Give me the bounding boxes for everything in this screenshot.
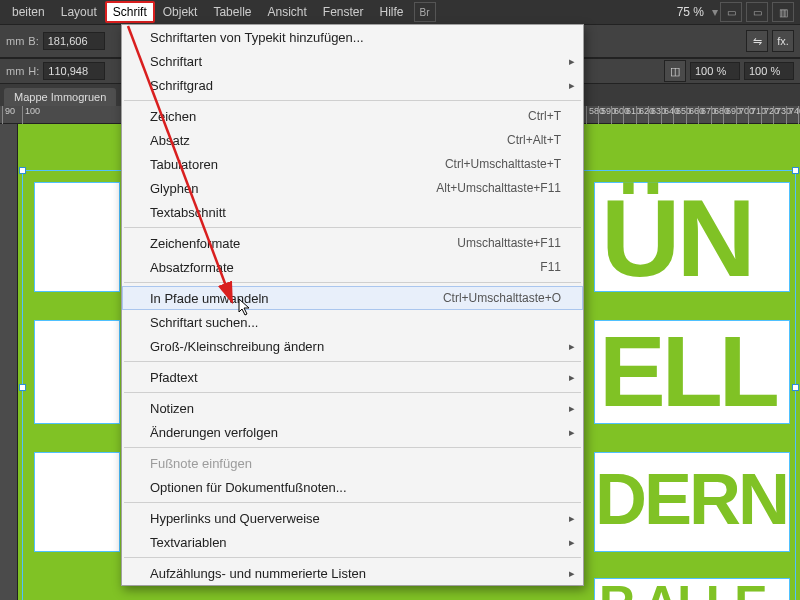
menu-row-label: Schriftgrad: [150, 78, 213, 93]
fx-button[interactable]: fx.: [772, 30, 794, 52]
menu-bar: beiten Layout Schrift Objekt Tabelle Ans…: [0, 0, 800, 24]
menu-row-label: Schriftart suchen...: [150, 315, 258, 330]
menu-row-label: Notizen: [150, 401, 194, 416]
unit-label-2: mm: [6, 65, 24, 77]
flip-h-icon[interactable]: ⇋: [746, 30, 768, 52]
selection-handle[interactable]: [19, 167, 26, 174]
menu-item-bearbeiten[interactable]: beiten: [4, 1, 53, 23]
menu-row-schriftart[interactable]: Schriftart: [122, 49, 583, 73]
selection-handle[interactable]: [792, 167, 799, 174]
menu-item-layout[interactable]: Layout: [53, 1, 105, 23]
menu-row-label: Fußnote einfügen: [150, 456, 252, 471]
screen-mode-icon[interactable]: ▭: [746, 2, 768, 22]
menu-separator: [124, 227, 581, 228]
height-field[interactable]: 110,948: [43, 62, 105, 80]
selection-handle[interactable]: [792, 384, 799, 391]
menu-row-label: Änderungen verfolgen: [150, 425, 278, 440]
ruler-tick: 100: [22, 106, 40, 124]
menu-row-absatzformate[interactable]: AbsatzformateF11: [122, 255, 583, 279]
menu-row-label: Schriftarten von Typekit hinzufügen...: [150, 30, 364, 45]
menu-separator: [124, 392, 581, 393]
menu-row-zeichenformate[interactable]: ZeichenformateUmschalttaste+F11: [122, 231, 583, 255]
menu-row-schriftgrad[interactable]: Schriftgrad: [122, 73, 583, 97]
menu-row-label: Pfadtext: [150, 370, 198, 385]
menu-row-glyphen[interactable]: GlyphenAlt+Umschalttaste+F11: [122, 176, 583, 200]
menu-row-label: In Pfade umwandeln: [150, 291, 269, 306]
menu-row-hyperlinks-und-querverweise[interactable]: Hyperlinks und Querverweise: [122, 506, 583, 530]
text-frame-4[interactable]: R ALLE: [594, 578, 790, 600]
menu-row-shortcut: Ctrl+T: [528, 109, 561, 123]
height-label: H:: [28, 65, 39, 77]
menu-row-label: Textvariablen: [150, 535, 227, 550]
bridge-icon[interactable]: Br: [414, 2, 436, 22]
menu-item-schrift[interactable]: Schrift: [105, 1, 155, 23]
menu-row-pfadtext[interactable]: Pfadtext: [122, 365, 583, 389]
menu-row-label: Aufzählungs- und nummerierte Listen: [150, 566, 366, 581]
menu-row-absatz[interactable]: AbsatzCtrl+Alt+T: [122, 128, 583, 152]
menu-item-ansicht[interactable]: Ansicht: [259, 1, 314, 23]
text-frame-1b[interactable]: ÜN: [594, 182, 790, 292]
menu-row-aufz-hlungs-und-nummerierte-listen[interactable]: Aufzählungs- und nummerierte Listen: [122, 561, 583, 585]
menu-row-schriftarten-von-typekit-hinzuf-gen[interactable]: Schriftarten von Typekit hinzufügen...: [122, 25, 583, 49]
text-frame-2[interactable]: [34, 320, 120, 424]
scale-icon[interactable]: ◫: [664, 60, 686, 82]
text-frame-2b[interactable]: ELL: [594, 320, 790, 424]
menu-row-label: Absatzformate: [150, 260, 234, 275]
menu-row-label: Zeichen: [150, 109, 196, 124]
vertical-ruler: [0, 124, 18, 600]
menu-row-label: Optionen für Dokumentfußnoten...: [150, 480, 347, 495]
menu-row-label: Glyphen: [150, 181, 198, 196]
selection-handle[interactable]: [19, 384, 26, 391]
menu-row-label: Schriftart: [150, 54, 202, 69]
menu-row-shortcut: Ctrl+Umschalttaste+O: [443, 291, 561, 305]
menu-row-textvariablen[interactable]: Textvariablen: [122, 530, 583, 554]
menu-row-label: Groß-/Kleinschreibung ändern: [150, 339, 324, 354]
text-frame-1[interactable]: [34, 182, 120, 292]
menu-row-label: Absatz: [150, 133, 190, 148]
menu-item-fenster[interactable]: Fenster: [315, 1, 372, 23]
menu-row-shortcut: Ctrl+Umschalttaste+T: [445, 157, 561, 171]
scale-y-field[interactable]: 100 %: [744, 62, 794, 80]
schrift-dropdown: Schriftarten von Typekit hinzufügen...Sc…: [121, 24, 584, 586]
menu-row-shortcut: Alt+Umschalttaste+F11: [436, 181, 561, 195]
width-label: B:: [28, 35, 38, 47]
menu-row-optionen-f-r-dokumentfu-noten[interactable]: Optionen für Dokumentfußnoten...: [122, 475, 583, 499]
menu-row-label: Textabschnitt: [150, 205, 226, 220]
arrange-icon[interactable]: ▥: [772, 2, 794, 22]
menu-separator: [124, 282, 581, 283]
menu-row-label: Zeichenformate: [150, 236, 240, 251]
width-field[interactable]: 181,606: [43, 32, 105, 50]
menu-row-label: Tabulatoren: [150, 157, 218, 172]
menu-row-notizen[interactable]: Notizen: [122, 396, 583, 420]
menu-item-tabelle[interactable]: Tabelle: [205, 1, 259, 23]
menu-row-shortcut: Ctrl+Alt+T: [507, 133, 561, 147]
menu-row-zeichen[interactable]: ZeichenCtrl+T: [122, 104, 583, 128]
menu-row-label: Hyperlinks und Querverweise: [150, 511, 320, 526]
menu-row-gro-kleinschreibung-ndern[interactable]: Groß-/Kleinschreibung ändern: [122, 334, 583, 358]
menu-separator: [124, 502, 581, 503]
menu-separator: [124, 361, 581, 362]
menu-row-shortcut: F11: [540, 260, 561, 274]
document-tab[interactable]: Mappe Immogruen: [4, 88, 116, 106]
menu-item-objekt[interactable]: Objekt: [155, 1, 206, 23]
menu-separator: [124, 557, 581, 558]
menu-separator: [124, 100, 581, 101]
text-frame-3[interactable]: [34, 452, 120, 552]
zoom-level[interactable]: 75 %: [669, 5, 712, 19]
menu-row-nderungen-verfolgen[interactable]: Änderungen verfolgen: [122, 420, 583, 444]
menu-row-schriftart-suchen[interactable]: Schriftart suchen...: [122, 310, 583, 334]
menu-row-fu-note-einf-gen: Fußnote einfügen: [122, 451, 583, 475]
menu-row-tabulatoren[interactable]: TabulatorenCtrl+Umschalttaste+T: [122, 152, 583, 176]
menu-item-hilfe[interactable]: Hilfe: [372, 1, 412, 23]
menu-separator: [124, 447, 581, 448]
scale-x-field[interactable]: 100 %: [690, 62, 740, 80]
text-frame-3b[interactable]: DERN: [594, 452, 790, 552]
menu-row-textabschnitt[interactable]: Textabschnitt: [122, 200, 583, 224]
menu-row-shortcut: Umschalttaste+F11: [457, 236, 561, 250]
view-mode-icon[interactable]: ▭: [720, 2, 742, 22]
ruler-tick: 90: [2, 106, 15, 124]
menu-row-in-pfade-umwandeln[interactable]: In Pfade umwandelnCtrl+Umschalttaste+O: [122, 286, 583, 310]
unit-label: mm: [6, 35, 24, 47]
